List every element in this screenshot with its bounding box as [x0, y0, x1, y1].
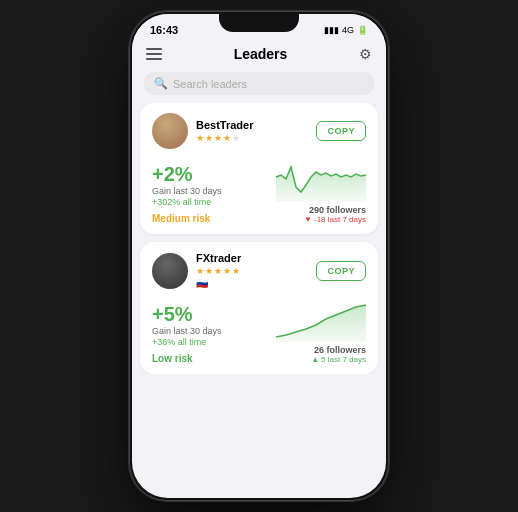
- gain-label-2: Gain last 30 days: [152, 326, 276, 336]
- flag-2: 🇷🇺: [196, 278, 241, 289]
- menu-button[interactable]: [146, 48, 162, 60]
- stats-right-1: 290 followers ▼ -18 last 7 days: [276, 157, 366, 224]
- network-type: 4G: [342, 25, 354, 35]
- trader-card-1: BestTrader ★ ★ ★ ★ ★ COPY: [140, 103, 378, 234]
- risk-label-2: Low risk: [152, 353, 276, 364]
- star2-4: ★: [223, 266, 231, 276]
- trader-info-2: FXtrader ★ ★ ★ ★ ★ 🇷🇺: [152, 252, 241, 289]
- gain-value-2: +5%: [152, 304, 276, 324]
- star-1: ★: [196, 133, 204, 143]
- risk-label-1: Medium risk: [152, 213, 276, 224]
- trader-meta-1: BestTrader ★ ★ ★ ★ ★: [196, 119, 253, 143]
- trader-card-2: FXtrader ★ ★ ★ ★ ★ 🇷🇺 COPY: [140, 242, 378, 374]
- star-3: ★: [214, 133, 222, 143]
- stats-left-1: +2% Gain last 30 days +302% all time Med…: [152, 164, 276, 224]
- card-stats-2: +5% Gain last 30 days +36% all time Low …: [152, 297, 366, 364]
- avatar-2: [152, 253, 188, 289]
- stats-left-2: +5% Gain last 30 days +36% all time Low …: [152, 304, 276, 364]
- trend-icon-2: ▲: [311, 355, 319, 364]
- chart-1: [276, 157, 366, 202]
- trader-name-2: FXtrader: [196, 252, 241, 264]
- trend-icon-1: ▼: [304, 215, 312, 224]
- followers-change-2: ▲ 5 last 7 days: [311, 355, 366, 364]
- phone-screen: 16:43 ▮▮▮ 4G 🔋 Leaders ⚙ 🔍 Search leader…: [132, 14, 386, 498]
- stars-1: ★ ★ ★ ★ ★: [196, 133, 253, 143]
- phone-frame: 16:43 ▮▮▮ 4G 🔋 Leaders ⚙ 🔍 Search leader…: [129, 11, 389, 501]
- followers-count-2: 26 followers: [311, 345, 366, 355]
- star2-3: ★: [214, 266, 222, 276]
- app-header: Leaders ⚙: [132, 42, 386, 68]
- star2-2: ★: [205, 266, 213, 276]
- search-icon: 🔍: [154, 77, 168, 90]
- copy-button-1[interactable]: COPY: [316, 121, 366, 141]
- filter-button[interactable]: ⚙: [359, 46, 372, 62]
- gain-alltime-1: +302% all time: [152, 197, 276, 207]
- followers-change-text-1: -18 last 7 days: [314, 215, 366, 224]
- signal-bars-icon: ▮▮▮: [324, 25, 339, 35]
- copy-button-2[interactable]: COPY: [316, 261, 366, 281]
- star2-5: ★: [232, 266, 240, 276]
- battery-icon: 🔋: [357, 25, 368, 35]
- followers-count-1: 290 followers: [304, 205, 366, 215]
- stats-right-2: 26 followers ▲ 5 last 7 days: [276, 297, 366, 364]
- star-2: ★: [205, 133, 213, 143]
- card-top-1: BestTrader ★ ★ ★ ★ ★ COPY: [152, 113, 366, 149]
- gain-alltime-2: +36% all time: [152, 337, 276, 347]
- trader-info-1: BestTrader ★ ★ ★ ★ ★: [152, 113, 253, 149]
- followers-info-2: 26 followers ▲ 5 last 7 days: [311, 345, 366, 364]
- gain-label-1: Gain last 30 days: [152, 186, 276, 196]
- chart-2: [276, 297, 366, 342]
- search-bar[interactable]: 🔍 Search leaders: [144, 72, 374, 95]
- status-time: 16:43: [150, 24, 178, 36]
- page-title: Leaders: [234, 46, 288, 62]
- star2-1: ★: [196, 266, 204, 276]
- trader-meta-2: FXtrader ★ ★ ★ ★ ★ 🇷🇺: [196, 252, 241, 289]
- followers-change-text-2: 5 last 7 days: [321, 355, 366, 364]
- followers-change-1: ▼ -18 last 7 days: [304, 215, 366, 224]
- followers-info-1: 290 followers ▼ -18 last 7 days: [304, 205, 366, 224]
- traders-list: BestTrader ★ ★ ★ ★ ★ COPY: [132, 103, 386, 374]
- card-stats-1: +2% Gain last 30 days +302% all time Med…: [152, 157, 366, 224]
- stars-2: ★ ★ ★ ★ ★: [196, 266, 241, 276]
- star-4: ★: [223, 133, 231, 143]
- notch: [219, 14, 299, 32]
- avatar-1: [152, 113, 188, 149]
- star-5: ★: [232, 133, 240, 143]
- status-icons: ▮▮▮ 4G 🔋: [324, 25, 368, 35]
- card-top-2: FXtrader ★ ★ ★ ★ ★ 🇷🇺 COPY: [152, 252, 366, 289]
- gain-value-1: +2%: [152, 164, 276, 184]
- trader-name-1: BestTrader: [196, 119, 253, 131]
- search-placeholder: Search leaders: [173, 78, 247, 90]
